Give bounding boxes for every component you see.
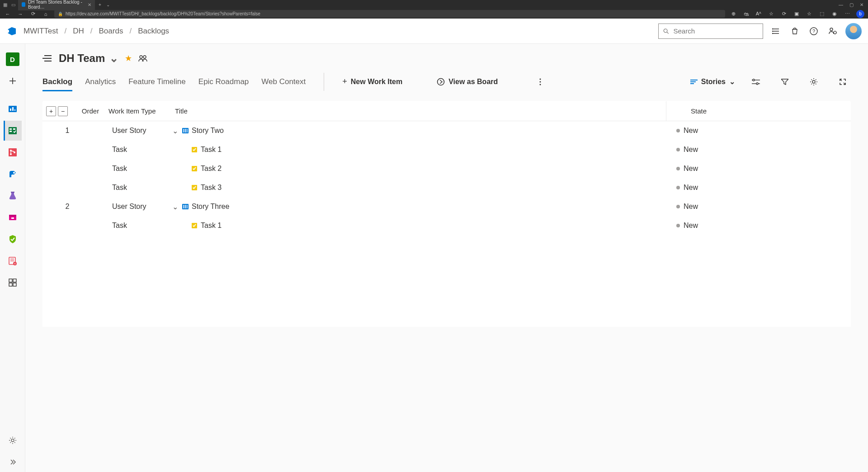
window-maximize-icon[interactable]: ▢ (849, 2, 854, 7)
column-options-button[interactable] (748, 74, 764, 90)
breadcrumb-org[interactable]: MWITTest (24, 27, 58, 36)
breadcrumb-project[interactable]: DH (73, 27, 84, 36)
read-aloud-icon[interactable]: Aᴬ (755, 10, 762, 18)
refresh-button[interactable]: ⟳ (29, 10, 37, 18)
bing-icon[interactable]: b (856, 10, 864, 18)
sidebar-item-repos[interactable] (4, 142, 22, 162)
tab-analytics[interactable]: Analytics (85, 73, 116, 91)
sidebar-item-dashboards[interactable] (4, 273, 22, 293)
url-bar[interactable]: 🔒 https://dev.azure.com/MWITTest/DH/_bac… (54, 10, 725, 18)
table-row[interactable]: TaskTask 2New (42, 159, 851, 178)
search-input[interactable] (674, 27, 759, 35)
team-name-label: DH Team (59, 52, 105, 65)
avatar[interactable] (845, 23, 862, 39)
tab-feature-timeline[interactable]: Feature Timeline (128, 73, 186, 91)
sidebar-item-artifacts[interactable] (4, 208, 22, 227)
new-tab-button[interactable]: + (97, 1, 103, 8)
sidebar-item-overview[interactable] (4, 99, 22, 119)
tab-panel-icon[interactable]: ▭ (10, 1, 16, 8)
team-selector[interactable]: DH Team ⌄ (59, 52, 118, 65)
column-header-order[interactable]: Order (72, 107, 108, 115)
column-header-state[interactable]: State (666, 107, 757, 115)
svg-point-12 (834, 31, 836, 34)
settings-button[interactable] (806, 74, 822, 90)
table-row[interactable]: 2User Story⌄Story ThreeNew (42, 197, 851, 216)
favorites-bar-icon[interactable]: ☆ (806, 10, 813, 18)
expand-toggle[interactable]: ⌄ (171, 203, 179, 211)
extensions-icon[interactable]: ⬚ (818, 10, 826, 18)
sync-icon[interactable]: ⟳ (780, 10, 788, 18)
team-members-icon[interactable] (138, 55, 147, 62)
lock-icon: 🔒 (58, 12, 63, 16)
collapse-all-button[interactable]: − (58, 106, 68, 116)
more-commands-button[interactable] (532, 74, 548, 90)
table-row[interactable]: TaskTask 1New (42, 216, 851, 235)
app-header: MWITTest / DH / Boards / Backlogs ? (0, 19, 868, 44)
window-close-icon[interactable]: ✕ (860, 2, 863, 7)
cell-title[interactable]: ⌄Story Three (171, 203, 666, 211)
search-box[interactable] (658, 24, 763, 39)
sidebar-item-testplans[interactable] (4, 186, 22, 206)
home-button[interactable]: ⌂ (42, 10, 50, 18)
cell-title[interactable]: Task 1 (171, 222, 666, 230)
svg-point-1 (664, 28, 667, 32)
sidebar-item-boards[interactable] (4, 121, 22, 141)
fullscreen-button[interactable] (835, 74, 851, 90)
sidebar-item-compliance[interactable] (4, 229, 22, 249)
profile-ext-icon[interactable]: ◉ (831, 10, 838, 18)
tab-backlog[interactable]: Backlog (42, 73, 72, 91)
azure-devops-logo[interactable] (6, 26, 17, 37)
forward-button[interactable]: → (16, 10, 24, 18)
sidebar-item-new[interactable] (4, 71, 22, 91)
sidebar-item-wiki[interactable]: + (4, 251, 22, 271)
tab-web-context[interactable]: Web Context (261, 73, 306, 91)
table-row[interactable]: TaskTask 3New (42, 178, 851, 197)
close-icon[interactable]: ✕ (88, 2, 91, 7)
cell-state: New (666, 127, 757, 135)
user-settings-icon[interactable] (826, 25, 839, 38)
new-work-item-button[interactable]: + New Work Item (342, 77, 402, 86)
tab-menu-icon[interactable]: ▦ (2, 1, 8, 8)
column-header-type[interactable]: Work Item Type (108, 107, 172, 115)
marketplace-icon[interactable] (788, 25, 801, 38)
expand-all-button[interactable]: + (46, 106, 56, 116)
back-button[interactable]: ← (4, 10, 12, 18)
favorite-icon[interactable]: ☆ (768, 10, 775, 18)
breadcrumb-separator: / (129, 27, 132, 36)
breadcrumb-hub[interactable]: Boards (99, 27, 123, 36)
more-icon[interactable]: ⋯ (844, 10, 851, 18)
cell-title[interactable]: Task 1 (171, 146, 666, 154)
shopping-icon[interactable]: 🛍 (742, 10, 750, 18)
tab-epic-roadmap[interactable]: Epic Roadmap (198, 73, 249, 91)
browser-tab-title: DH Team Stories Backlog - Board… (28, 0, 85, 9)
cell-title[interactable]: Task 3 (171, 184, 666, 192)
sidebar-item-pipelines[interactable] (4, 164, 22, 184)
sidebar-item-expand[interactable] (4, 452, 22, 472)
svg-point-6 (772, 28, 773, 29)
split-icon[interactable]: ▣ (793, 10, 800, 18)
window-minimize-icon[interactable]: — (839, 2, 843, 7)
tab-chevron-icon[interactable]: ⌄ (105, 1, 111, 8)
sidebar-item-project[interactable]: D (4, 49, 22, 69)
work-items-icon[interactable] (769, 25, 782, 38)
sidebar-item-settings[interactable] (4, 430, 22, 450)
column-header-title[interactable]: Title (172, 107, 666, 115)
list-icon[interactable] (42, 54, 52, 62)
expand-toggle[interactable]: ⌄ (171, 127, 179, 135)
work-item-title: Task 1 (201, 146, 222, 154)
cell-title[interactable]: ⌄Story Two (171, 127, 666, 135)
url-text: https://dev.azure.com/MWITTest/DH/_backl… (66, 11, 260, 16)
table-row[interactable]: TaskTask 1New (42, 140, 851, 159)
breadcrumb-page[interactable]: Backlogs (138, 27, 169, 36)
state-label: New (684, 165, 698, 173)
help-icon[interactable]: ? (807, 25, 820, 38)
state-label: New (684, 146, 698, 154)
zoom-icon[interactable]: ⊕ (730, 10, 737, 18)
table-row[interactable]: 1User Story⌄Story TwoNew (42, 121, 851, 140)
view-as-board-button[interactable]: View as Board (437, 78, 498, 86)
cell-title[interactable]: Task 2 (171, 165, 666, 173)
backlog-level-selector[interactable]: Stories ⌄ (690, 77, 735, 86)
filter-button[interactable] (777, 74, 793, 90)
azure-devops-favicon (22, 2, 25, 7)
favorite-star-icon[interactable]: ★ (125, 53, 132, 63)
